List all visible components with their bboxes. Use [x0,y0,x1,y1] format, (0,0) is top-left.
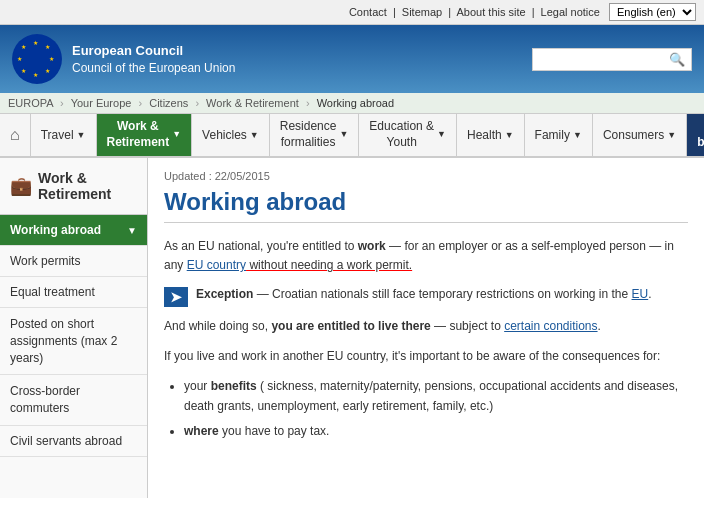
nav-residence[interactable]: Residenceformalities ▼ [270,114,360,156]
svg-text:★: ★ [33,40,38,46]
para2-before: And while doing so, [164,319,271,333]
navbar: ⌂ Travel ▼ Work &Retirement ▼ Vehicles ▼… [0,114,704,158]
search-button[interactable]: 🔍 [669,52,685,67]
sep1: | [393,6,396,18]
para1-before: As an EU national, you're entitled to [164,239,358,253]
legal-link[interactable]: Legal notice [541,6,600,18]
content-area: Updated : 22/05/2015 Working abroad As a… [148,158,704,498]
breadcrumb-workretirement[interactable]: Work & Retirement [206,97,299,109]
sidebar-item-label: Equal treatment [10,285,95,299]
sidebar-item-label: Cross-bordercommuters [10,383,80,417]
eu-link[interactable]: EU [632,287,649,301]
sidebar: 💼 Work &Retirement Working abroad ▼ Work… [0,158,148,498]
header: ★ ★ ★ ★ ★ ★ ★ ★ European Council Council… [0,25,704,93]
nav-home-button[interactable]: ⌂ [0,114,31,156]
language-select[interactable]: English (en) [609,3,696,21]
exception-box: ➤ Exception — Croatian nationals still f… [164,285,688,307]
svg-text:★: ★ [49,56,54,62]
svg-text:★: ★ [17,56,22,62]
certain-conditions-link[interactable]: certain conditions [504,319,597,333]
sidebar-item-label: Work permits [10,254,80,268]
sep2: | [448,6,451,18]
para2-bold: you are entitled to live there [271,319,430,333]
bullet1-rest: ( sickness, maternity/paternity, pension… [184,379,678,413]
sidebar-item-work-permits[interactable]: Work permits [0,246,147,277]
sidebar-item-civil-servants[interactable]: Civil servants abroad [0,426,147,457]
svg-text:★: ★ [21,68,26,74]
svg-text:★: ★ [45,44,50,50]
nav-travel[interactable]: Travel ▼ [31,114,97,156]
nav-vehicles[interactable]: Vehicles ▼ [192,114,270,156]
nav-family[interactable]: Family ▼ [525,114,593,156]
eu-logo: ★ ★ ★ ★ ★ ★ ★ ★ [12,34,62,84]
exception-label: Exception [196,287,253,301]
exception-end: . [648,287,651,301]
sep3: | [532,6,535,18]
nav-doing-business[interactable]: Doingbusiness [687,114,704,156]
breadcrumb-current: Working abroad [317,97,394,109]
breadcrumb-europa[interactable]: EUROPA [8,97,53,109]
header-left: ★ ★ ★ ★ ★ ★ ★ ★ European Council Council… [12,34,235,84]
contact-link[interactable]: Contact [349,6,387,18]
search-input[interactable] [539,52,669,66]
top-bar: Contact | Sitemap | About this site | Le… [0,0,704,25]
nav-consumers[interactable]: Consumers ▼ [593,114,687,156]
sidebar-header: 💼 Work &Retirement [0,158,147,215]
nav-work-retirement[interactable]: Work &Retirement ▼ [97,114,193,156]
svg-text:★: ★ [45,68,50,74]
main-container: 💼 Work &Retirement Working abroad ▼ Work… [0,158,704,498]
para2-end: . [598,319,601,333]
org-title: European Council Council of the European… [72,42,235,77]
sidebar-item-crossborder[interactable]: Cross-bordercommuters [0,375,147,426]
breadcrumb: EUROPA › Your Europe › Citizens › Work &… [0,93,704,114]
sidebar-title: Work &Retirement [38,170,111,202]
search-box[interactable]: 🔍 [532,48,692,71]
nav-health[interactable]: Health ▼ [457,114,525,156]
sitemap-link[interactable]: Sitemap [402,6,442,18]
para1: As an EU national, you're entitled to wo… [164,237,688,275]
page-title: Working abroad [164,188,688,223]
bullet-tax: where you have to pay tax. [184,421,688,441]
bullet2-bold: where [184,424,219,438]
nav-education[interactable]: Education &Youth ▼ [359,114,457,156]
bullet1-bold: benefits [211,379,257,393]
svg-text:★: ★ [33,72,38,78]
bullet1-before: your [184,379,211,393]
bullet-list: your benefits ( sickness, maternity/pate… [184,376,688,441]
sidebar-item-working-abroad[interactable]: Working abroad ▼ [0,215,147,246]
sidebar-item-label: Civil servants abroad [10,434,122,448]
para2: And while doing so, you are entitled to … [164,317,688,336]
exception-arrow-icon: ➤ [164,287,188,307]
sidebar-briefcase-icon: 💼 [10,175,32,197]
para2-middle: — subject to [431,319,504,333]
svg-text:★: ★ [21,44,26,50]
about-link[interactable]: About this site [457,6,526,18]
bullet2-rest: you have to pay tax. [219,424,330,438]
bullet-benefits: your benefits ( sickness, maternity/pate… [184,376,688,417]
para1-highlighted: without needing a work permit. [246,258,412,272]
sidebar-item-label: Working abroad [10,223,101,237]
updated-date: Updated : 22/05/2015 [164,170,688,182]
eu-country-link[interactable]: EU country [187,258,246,272]
para1-work-bold: work [358,239,386,253]
exception-desc: — Croatian nationals still face temporar… [253,287,631,301]
exception-text: Exception — Croatian nationals still fac… [196,285,652,304]
sidebar-item-equal-treatment[interactable]: Equal treatment [0,277,147,308]
breadcrumb-youreurope[interactable]: Your Europe [71,97,132,109]
sidebar-item-posted[interactable]: Posted on shortassignments (max 2years) [0,308,147,375]
sidebar-item-label: Posted on shortassignments (max 2years) [10,316,117,366]
breadcrumb-citizens[interactable]: Citizens [149,97,188,109]
para3: If you live and work in another EU count… [164,347,688,366]
